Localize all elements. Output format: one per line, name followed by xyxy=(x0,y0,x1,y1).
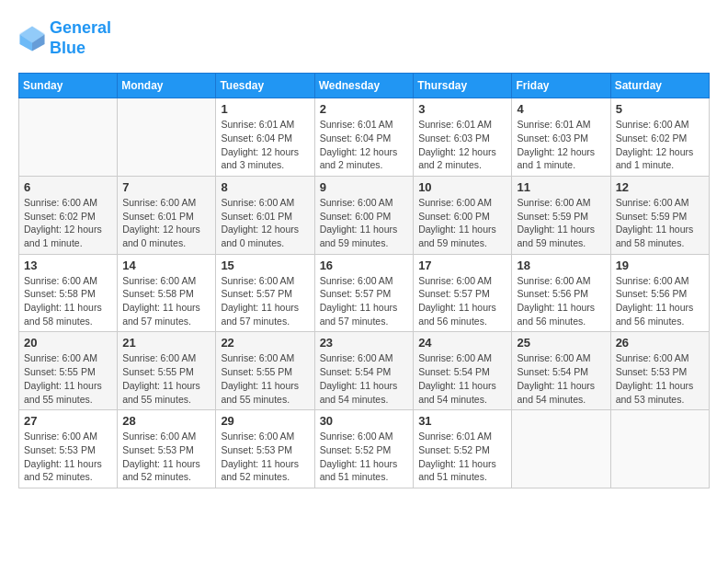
calendar-cell: 7Sunrise: 6:00 AM Sunset: 6:01 PM Daylig… xyxy=(118,176,216,254)
day-number: 25 xyxy=(517,336,605,350)
day-info: Sunrise: 6:01 AM Sunset: 6:04 PM Dayligh… xyxy=(221,118,309,172)
day-info: Sunrise: 6:01 AM Sunset: 5:52 PM Dayligh… xyxy=(418,430,506,484)
day-number: 24 xyxy=(418,336,506,350)
day-info: Sunrise: 6:00 AM Sunset: 5:53 PM Dayligh… xyxy=(221,430,309,484)
day-info: Sunrise: 6:00 AM Sunset: 6:00 PM Dayligh… xyxy=(320,196,409,250)
calendar-cell: 20Sunrise: 6:00 AM Sunset: 5:55 PM Dayli… xyxy=(19,332,118,410)
day-info: Sunrise: 6:00 AM Sunset: 5:56 PM Dayligh… xyxy=(517,274,605,328)
day-number: 23 xyxy=(320,336,409,350)
day-number: 28 xyxy=(122,414,210,428)
day-info: Sunrise: 6:01 AM Sunset: 6:03 PM Dayligh… xyxy=(517,118,605,172)
day-number: 19 xyxy=(616,259,704,272)
day-info: Sunrise: 6:00 AM Sunset: 5:55 PM Dayligh… xyxy=(24,351,112,406)
day-number: 10 xyxy=(418,180,506,194)
day-info: Sunrise: 6:00 AM Sunset: 5:55 PM Dayligh… xyxy=(122,351,210,406)
weekday-header-thursday: Thursday xyxy=(414,74,512,98)
day-number: 15 xyxy=(221,259,309,272)
calendar-table: SundayMondayTuesdayWednesdayThursdayFrid… xyxy=(18,73,710,488)
calendar-week-5: 27Sunrise: 6:00 AM Sunset: 5:53 PM Dayli… xyxy=(19,410,710,488)
day-info: Sunrise: 6:00 AM Sunset: 5:59 PM Dayligh… xyxy=(616,196,704,250)
weekday-header-monday: Monday xyxy=(118,74,216,98)
calendar-cell: 31Sunrise: 6:01 AM Sunset: 5:52 PM Dayli… xyxy=(414,410,512,488)
day-number: 30 xyxy=(320,414,409,428)
calendar-week-2: 6Sunrise: 6:00 AM Sunset: 6:02 PM Daylig… xyxy=(19,176,710,254)
day-info: Sunrise: 6:00 AM Sunset: 5:57 PM Dayligh… xyxy=(418,274,506,328)
day-info: Sunrise: 6:00 AM Sunset: 5:57 PM Dayligh… xyxy=(221,274,309,328)
day-info: Sunrise: 6:00 AM Sunset: 5:53 PM Dayligh… xyxy=(122,430,210,484)
day-info: Sunrise: 6:00 AM Sunset: 6:00 PM Dayligh… xyxy=(418,196,506,250)
day-info: Sunrise: 6:00 AM Sunset: 5:59 PM Dayligh… xyxy=(517,196,605,250)
day-number: 26 xyxy=(616,336,704,350)
calendar-cell: 29Sunrise: 6:00 AM Sunset: 5:53 PM Dayli… xyxy=(216,410,314,488)
day-number: 22 xyxy=(221,336,309,350)
day-number: 4 xyxy=(517,102,605,116)
day-number: 18 xyxy=(517,259,605,272)
calendar-cell: 30Sunrise: 6:00 AM Sunset: 5:52 PM Dayli… xyxy=(314,410,414,488)
calendar-cell: 27Sunrise: 6:00 AM Sunset: 5:53 PM Dayli… xyxy=(19,410,118,488)
day-info: Sunrise: 6:00 AM Sunset: 5:52 PM Dayligh… xyxy=(320,430,409,484)
day-number: 16 xyxy=(320,259,409,272)
day-number: 29 xyxy=(221,414,309,428)
weekday-header-sunday: Sunday xyxy=(19,74,118,98)
day-number: 13 xyxy=(24,259,112,272)
day-info: Sunrise: 6:00 AM Sunset: 6:01 PM Dayligh… xyxy=(221,196,309,250)
logo: General Blue xyxy=(18,18,111,58)
day-info: Sunrise: 6:00 AM Sunset: 6:02 PM Dayligh… xyxy=(616,118,704,172)
calendar-cell: 26Sunrise: 6:00 AM Sunset: 5:53 PM Dayli… xyxy=(610,332,709,410)
calendar-cell: 5Sunrise: 6:00 AM Sunset: 6:02 PM Daylig… xyxy=(610,98,709,177)
day-number: 12 xyxy=(616,180,704,194)
day-info: Sunrise: 6:00 AM Sunset: 5:54 PM Dayligh… xyxy=(517,351,605,406)
day-number: 31 xyxy=(418,414,506,428)
calendar-cell xyxy=(19,98,118,177)
calendar-cell: 16Sunrise: 6:00 AM Sunset: 5:57 PM Dayli… xyxy=(314,254,414,332)
day-number: 6 xyxy=(24,180,112,194)
day-number: 20 xyxy=(24,336,112,350)
calendar-cell: 12Sunrise: 6:00 AM Sunset: 5:59 PM Dayli… xyxy=(610,176,709,254)
day-info: Sunrise: 6:00 AM Sunset: 5:54 PM Dayligh… xyxy=(418,351,506,406)
day-number: 5 xyxy=(616,102,704,116)
day-info: Sunrise: 6:00 AM Sunset: 5:54 PM Dayligh… xyxy=(320,351,409,406)
calendar-cell: 28Sunrise: 6:00 AM Sunset: 5:53 PM Dayli… xyxy=(118,410,216,488)
day-number: 1 xyxy=(221,102,309,116)
calendar-cell: 8Sunrise: 6:00 AM Sunset: 6:01 PM Daylig… xyxy=(216,176,314,254)
calendar-cell: 19Sunrise: 6:00 AM Sunset: 5:56 PM Dayli… xyxy=(610,254,709,332)
calendar-cell: 22Sunrise: 6:00 AM Sunset: 5:55 PM Dayli… xyxy=(216,332,314,410)
day-number: 27 xyxy=(24,414,112,428)
weekday-header-saturday: Saturday xyxy=(610,74,709,98)
calendar-cell: 1Sunrise: 6:01 AM Sunset: 6:04 PM Daylig… xyxy=(216,98,314,177)
day-number: 11 xyxy=(517,180,605,194)
day-info: Sunrise: 6:00 AM Sunset: 5:58 PM Dayligh… xyxy=(24,274,112,328)
day-info: Sunrise: 6:00 AM Sunset: 5:56 PM Dayligh… xyxy=(616,274,704,328)
calendar-week-4: 20Sunrise: 6:00 AM Sunset: 5:55 PM Dayli… xyxy=(19,332,710,410)
day-info: Sunrise: 6:01 AM Sunset: 6:04 PM Dayligh… xyxy=(320,118,409,172)
calendar-cell: 15Sunrise: 6:00 AM Sunset: 5:57 PM Dayli… xyxy=(216,254,314,332)
weekday-header-friday: Friday xyxy=(512,74,610,98)
weekday-header-tuesday: Tuesday xyxy=(216,74,314,98)
calendar-week-1: 1Sunrise: 6:01 AM Sunset: 6:04 PM Daylig… xyxy=(19,98,710,177)
calendar-cell: 2Sunrise: 6:01 AM Sunset: 6:04 PM Daylig… xyxy=(314,98,414,177)
day-number: 17 xyxy=(418,259,506,272)
calendar-cell: 21Sunrise: 6:00 AM Sunset: 5:55 PM Dayli… xyxy=(118,332,216,410)
calendar-cell: 18Sunrise: 6:00 AM Sunset: 5:56 PM Dayli… xyxy=(512,254,610,332)
logo-icon xyxy=(18,25,46,52)
day-info: Sunrise: 6:00 AM Sunset: 6:02 PM Dayligh… xyxy=(24,196,112,250)
calendar-cell: 17Sunrise: 6:00 AM Sunset: 5:57 PM Dayli… xyxy=(414,254,512,332)
calendar-cell: 25Sunrise: 6:00 AM Sunset: 5:54 PM Dayli… xyxy=(512,332,610,410)
page-header: General Blue xyxy=(18,18,710,58)
calendar-cell: 11Sunrise: 6:00 AM Sunset: 5:59 PM Dayli… xyxy=(512,176,610,254)
day-info: Sunrise: 6:00 AM Sunset: 5:55 PM Dayligh… xyxy=(221,351,309,406)
day-info: Sunrise: 6:00 AM Sunset: 5:58 PM Dayligh… xyxy=(122,274,210,328)
logo-text: General Blue xyxy=(50,18,111,58)
calendar-cell: 23Sunrise: 6:00 AM Sunset: 5:54 PM Dayli… xyxy=(314,332,414,410)
day-info: Sunrise: 6:01 AM Sunset: 6:03 PM Dayligh… xyxy=(418,118,506,172)
day-info: Sunrise: 6:00 AM Sunset: 5:57 PM Dayligh… xyxy=(320,274,409,328)
calendar-cell xyxy=(512,410,610,488)
calendar-week-3: 13Sunrise: 6:00 AM Sunset: 5:58 PM Dayli… xyxy=(19,254,710,332)
calendar-cell: 24Sunrise: 6:00 AM Sunset: 5:54 PM Dayli… xyxy=(414,332,512,410)
day-info: Sunrise: 6:00 AM Sunset: 5:53 PM Dayligh… xyxy=(24,430,112,484)
calendar-cell: 13Sunrise: 6:00 AM Sunset: 5:58 PM Dayli… xyxy=(19,254,118,332)
day-info: Sunrise: 6:00 AM Sunset: 5:53 PM Dayligh… xyxy=(616,351,704,406)
day-number: 3 xyxy=(418,102,506,116)
calendar-cell: 14Sunrise: 6:00 AM Sunset: 5:58 PM Dayli… xyxy=(118,254,216,332)
calendar-cell: 3Sunrise: 6:01 AM Sunset: 6:03 PM Daylig… xyxy=(414,98,512,177)
